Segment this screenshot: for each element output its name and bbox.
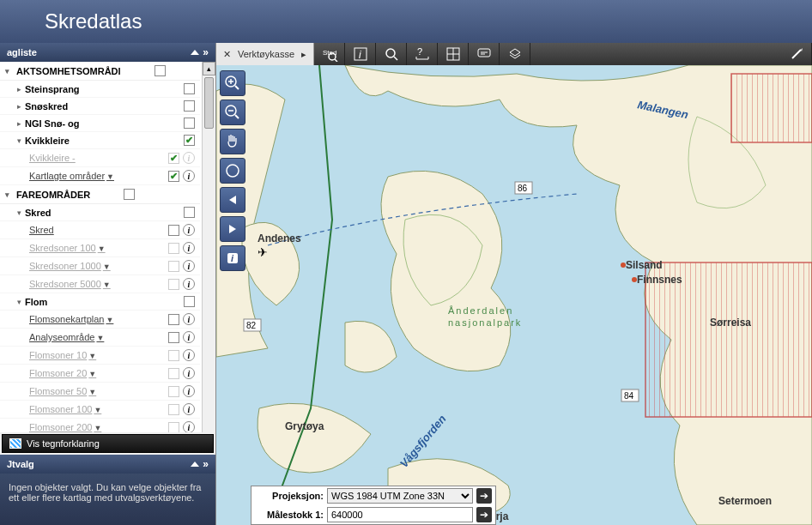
dropdown-arrow-icon[interactable]: ▼	[96, 334, 104, 342]
layers-tool[interactable]	[500, 43, 530, 65]
layer-flomsoner10[interactable]: Flomsoner 10▼ i	[0, 347, 200, 365]
layer-kartlagte[interactable]: Kartlagte områder▼ i	[0, 167, 200, 185]
dropdown-arrow-icon[interactable]: ▼	[106, 316, 113, 324]
info-icon[interactable]: i	[183, 403, 195, 415]
info-icon[interactable]: i	[183, 385, 195, 397]
zoom-in-button[interactable]	[220, 70, 245, 96]
info-icon[interactable]: i	[183, 224, 195, 236]
zoom-search-tool[interactable]	[376, 43, 407, 65]
checkbox[interactable]	[155, 65, 166, 76]
projeksjon-go-button[interactable]: ➔	[476, 488, 492, 504]
checkbox[interactable]	[168, 225, 179, 236]
checkbox[interactable]	[168, 422, 179, 433]
layer-steinsprang[interactable]: Steinsprang	[0, 81, 200, 98]
layer-snoskred[interactable]: Snøskred	[0, 98, 200, 115]
dropdown-arrow-icon[interactable]: ▼	[103, 281, 111, 289]
layer-analyseomrade[interactable]: Analyseområde▼ i	[0, 329, 200, 347]
layer-skredsoner1000[interactable]: Skredsoner 1000▼ i	[0, 257, 200, 275]
lagliste-panel-header[interactable]: agliste »	[0, 43, 215, 62]
info-icon[interactable]: i	[183, 242, 195, 254]
checkbox[interactable]	[184, 207, 195, 218]
info-icon[interactable]: i	[183, 313, 195, 325]
info-icon[interactable]: i	[183, 349, 195, 361]
pan-button[interactable]	[220, 129, 245, 154]
collapse-right-icon[interactable]: »	[203, 458, 209, 470]
checkbox[interactable]	[168, 243, 179, 254]
scrollbar[interactable]: ▴	[202, 62, 215, 432]
dropdown-arrow-icon[interactable]: ▼	[88, 388, 96, 396]
malestokk-go-button[interactable]: ➔	[476, 507, 492, 522]
layer-skred-grp[interactable]: Skred	[0, 204, 200, 221]
layer-flomsonekartplan[interactable]: Flomsonekartplan▼ i	[0, 311, 200, 329]
checkbox[interactable]	[168, 368, 179, 379]
info-icon[interactable]: i	[183, 260, 195, 272]
group-fareomrader[interactable]: FAREOMRÅDER	[0, 185, 200, 204]
dropdown-arrow-icon[interactable]: ▼	[98, 244, 106, 253]
info-tool[interactable]: i	[345, 43, 376, 65]
comment-tool[interactable]	[469, 43, 500, 65]
measure-tool[interactable]: ?	[407, 43, 438, 65]
zoom-out-button[interactable]	[220, 100, 245, 125]
layer-skredsoner100[interactable]: Skredsoner 100▼ i	[0, 239, 200, 257]
checkbox[interactable]	[184, 118, 195, 129]
layer-kvikkleire-sub[interactable]: Kvikkleire - i	[0, 149, 200, 167]
checkbox[interactable]	[168, 261, 179, 272]
dropdown-arrow-icon[interactable]: ▼	[106, 172, 114, 181]
layer-flomsoner50[interactable]: Flomsoner 50▼ i	[0, 383, 200, 401]
layer-flom-grp[interactable]: Flom	[0, 293, 200, 311]
info-icon[interactable]: i	[183, 421, 195, 432]
layer-flomsoner20[interactable]: Flomsoner 20▼ i	[0, 365, 200, 383]
dropdown-arrow-icon[interactable]: ▼	[94, 424, 101, 432]
next-extent-button[interactable]	[220, 216, 245, 242]
draw-tool[interactable]	[781, 43, 812, 65]
checkbox[interactable]	[168, 332, 179, 343]
layer-list[interactable]: AKTSOMHETSOMRÅDI Steinsprang Snøskred NG…	[0, 62, 215, 432]
checkbox[interactable]	[168, 314, 179, 325]
utvalg-panel-header[interactable]: Jtvalg »	[0, 455, 215, 474]
checkbox[interactable]	[168, 404, 179, 415]
dropdown-arrow-icon[interactable]: ▼	[103, 262, 111, 271]
layer-flomsoner200[interactable]: Flomsoner 200▼ i	[0, 419, 200, 432]
layer-ngi[interactable]: NGI Snø- og	[0, 115, 200, 132]
checkbox-checked[interactable]	[184, 135, 195, 146]
identify-button[interactable]: i	[220, 245, 245, 271]
collapse-up-icon[interactable]	[191, 462, 199, 467]
info-icon[interactable]: i	[183, 331, 195, 343]
grid-tool[interactable]	[438, 43, 469, 65]
dropdown-arrow-icon[interactable]: ▼	[88, 370, 96, 378]
svg-line-2	[335, 59, 337, 62]
map-canvas[interactable]: 86 84 82 ✈ Andenes Grytøya Andørja Silsa…	[216, 65, 812, 525]
collapse-up-icon[interactable]	[191, 50, 199, 55]
dropdown-arrow-icon[interactable]: ▼	[94, 406, 101, 414]
layer-skredsoner5000[interactable]: Skredsoner 5000▼ i	[0, 275, 200, 293]
checkbox[interactable]	[168, 386, 179, 397]
dropdown-arrow-icon[interactable]: ▼	[88, 352, 96, 360]
scroll-thumb[interactable]	[204, 77, 214, 129]
checkbox[interactable]	[184, 83, 195, 94]
search-place-tool[interactable]: Sted	[314, 43, 345, 65]
checkbox-checked-dim[interactable]	[168, 153, 179, 164]
legend-button[interactable]: Vis tegnforklaring	[2, 434, 214, 453]
prev-extent-button[interactable]	[220, 187, 245, 213]
group-aktsomhet[interactable]: AKTSOMHETSOMRÅDI	[0, 62, 200, 81]
checkbox[interactable]	[168, 279, 179, 290]
layer-flomsoner100[interactable]: Flomsoner 100▼ i	[0, 401, 200, 419]
zoom-extent-button[interactable]	[220, 158, 245, 184]
checkbox[interactable]	[184, 296, 195, 307]
scroll-up-button[interactable]: ▴	[203, 62, 215, 75]
info-icon[interactable]: i	[183, 152, 195, 164]
malestokk-input[interactable]	[327, 507, 473, 522]
layer-skred[interactable]: Skred i	[0, 221, 200, 239]
collapse-right-icon[interactable]: »	[203, 46, 209, 58]
map-area[interactable]: Verktøykasse Sted i ? i	[216, 43, 812, 525]
layer-kvikkleire[interactable]: Kvikkleire	[0, 132, 200, 149]
checkbox-checked[interactable]	[168, 171, 179, 182]
verktoykasse-button[interactable]: Verktøykasse	[216, 43, 314, 65]
projeksjon-select[interactable]: WGS 1984 UTM Zone 33N	[327, 488, 473, 504]
checkbox[interactable]	[184, 100, 195, 112]
info-icon[interactable]: i	[183, 367, 195, 379]
info-icon[interactable]: i	[183, 170, 195, 182]
info-icon[interactable]: i	[183, 278, 195, 290]
checkbox[interactable]	[124, 189, 135, 200]
checkbox[interactable]	[168, 350, 179, 361]
